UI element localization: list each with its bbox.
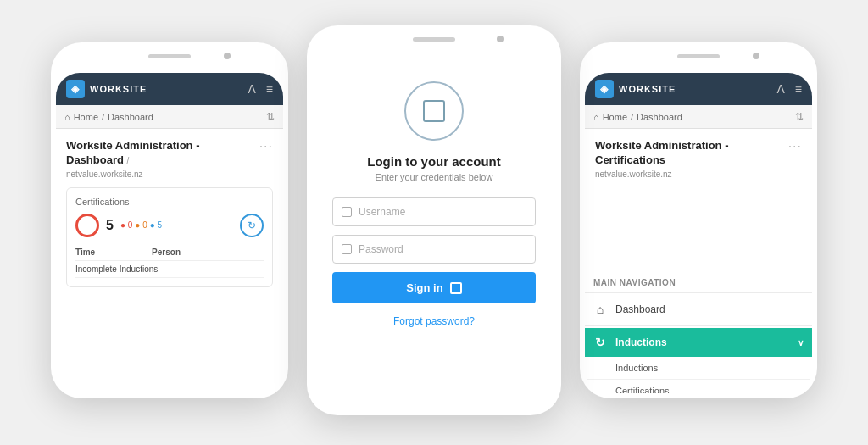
phone-camera-center: [497, 36, 504, 42]
right-nav-icon[interactable]: Λ: [776, 82, 784, 96]
right-menu-icon[interactable]: ≡: [795, 82, 802, 96]
right-breadcrumb: ⌂ Home / Dashboard ⇅: [585, 105, 812, 129]
dashboard-icon: ⌂: [593, 303, 607, 316]
right-logo-icon: ◈: [595, 80, 614, 98]
phone-speaker-left: [148, 54, 191, 58]
login-app-icon: [404, 81, 464, 141]
right-logo-text: WORKSITE: [619, 84, 676, 94]
username-field[interactable]: Username: [332, 197, 536, 226]
left-table-col1: Time: [75, 244, 152, 261]
left-more-button[interactable]: ···: [259, 139, 273, 154]
left-cert-dots: ● 0 ● 0 ● 5: [120, 220, 162, 230]
left-refresh-icon[interactable]: ↻: [240, 214, 264, 237]
table-row: Incomplete Inductions: [75, 260, 264, 277]
dot-red: ● 0: [120, 220, 132, 230]
left-breadcrumb: ⌂ Home / Dashboard ⇅: [56, 105, 283, 129]
password-field-icon: [342, 244, 352, 254]
left-nav-icon[interactable]: Λ: [248, 82, 255, 96]
nav-inductions-chevron: ∨: [798, 338, 804, 348]
left-breadcrumb-sep: /: [102, 112, 104, 122]
left-content: Worksite Administration - Dashboard / ne…: [56, 129, 283, 393]
nav-section-title: Main navigation: [585, 271, 812, 291]
username-field-icon: [342, 207, 352, 217]
left-breadcrumb-left: ⌂ Home / Dashboard: [64, 112, 153, 122]
left-page-title-block: Worksite Administration - Dashboard / ne…: [66, 139, 199, 179]
left-page-domain: netvalue.worksite.nz: [66, 170, 199, 179]
left-table: Time Person Incomplete Inductions: [75, 244, 264, 278]
left-title-row: Worksite Administration - Dashboard / ne…: [66, 139, 273, 179]
password-field[interactable]: Password: [332, 235, 536, 264]
center-phone-screen: Login to your account Enter your credent…: [312, 56, 556, 410]
right-phone-screen: ◈ WORKSITE Λ ≡ ⌂ Home / Dashboard ⇅: [585, 73, 812, 393]
right-content: Worksite Administration - Certifications…: [585, 129, 812, 271]
right-header-icons: Λ ≡: [776, 82, 802, 96]
right-page-title: Worksite Administration - Certifications: [595, 139, 728, 168]
left-header-icons: Λ ≡: [248, 82, 273, 96]
nav-item-inductions[interactable]: ↻ Inductions ∨: [585, 328, 812, 357]
nav-sub-item-inductions[interactable]: Inductions: [585, 357, 812, 380]
right-title-row: Worksite Administration - Certifications…: [595, 139, 802, 179]
signin-label: Sign in: [406, 281, 442, 294]
left-logo-text: WORKSITE: [90, 84, 147, 94]
left-table-row1: Incomplete Inductions: [75, 260, 264, 277]
right-more-button[interactable]: ···: [788, 139, 802, 154]
nav-dashboard-label: Dashboard: [615, 303, 665, 315]
password-placeholder: Password: [359, 243, 403, 255]
left-phone-screen: ◈ WORKSITE Λ ≡ ⌂ Home / Dashboard ⇅: [56, 73, 283, 393]
left-breadcrumb-current: Dashboard: [108, 112, 153, 122]
right-logo: ◈ WORKSITE: [595, 80, 676, 98]
left-cert-card: Certifications 5 ● 0 ● 0 ● 5 ↻: [66, 187, 273, 287]
nav-divider-1: [585, 325, 812, 326]
left-menu-icon[interactable]: ≡: [266, 82, 273, 96]
dot-blue: ● 5: [150, 220, 162, 230]
inductions-icon: ↻: [593, 336, 607, 349]
nav-divider-top: [585, 292, 812, 293]
right-page-title-block: Worksite Administration - Certifications…: [595, 139, 728, 179]
left-logo-icon: ◈: [66, 80, 85, 98]
left-phone: ◈ WORKSITE Λ ≡ ⌂ Home / Dashboard ⇅: [51, 42, 288, 398]
phone-camera-right: [753, 53, 760, 59]
right-phone: ◈ WORKSITE Λ ≡ ⌂ Home / Dashboard ⇅: [580, 42, 817, 398]
right-home-icon: ⌂: [593, 112, 599, 122]
left-cert-circle-red: [75, 214, 99, 237]
phone-camera-left: [224, 53, 231, 59]
right-breadcrumb-left: ⌂ Home / Dashboard: [593, 112, 682, 122]
right-nav-area: Main navigation ⌂ Dashboard ↻ Inductions…: [585, 271, 812, 393]
dot-orange: ● 0: [135, 220, 147, 230]
left-home-icon: ⌂: [64, 112, 70, 122]
center-phone: Login to your account Enter your credent…: [307, 25, 561, 415]
left-header: ◈ WORKSITE Λ ≡: [56, 73, 283, 105]
forgot-password-link[interactable]: Forgot password?: [393, 315, 475, 327]
right-breadcrumb-sep: /: [631, 112, 633, 122]
left-cert-row: 5 ● 0 ● 0 ● 5 ↻: [75, 214, 264, 237]
login-subtitle: Enter your credentials below: [376, 172, 493, 182]
right-home-label[interactable]: Home: [603, 112, 627, 122]
nav-inductions-label: Inductions: [615, 337, 667, 348]
left-logo: ◈ WORKSITE: [66, 80, 147, 98]
left-cert-number: 5: [106, 218, 114, 233]
left-table-col2: Person: [152, 244, 264, 261]
left-breadcrumb-arrows[interactable]: ⇅: [266, 111, 275, 123]
nav-item-dashboard[interactable]: ⌂ Dashboard: [585, 295, 812, 324]
login-screen: Login to your account Enter your credent…: [312, 56, 556, 410]
phone-speaker-right: [677, 54, 720, 58]
right-header: ◈ WORKSITE Λ ≡: [585, 73, 812, 105]
login-title: Login to your account: [367, 154, 501, 169]
username-placeholder: Username: [359, 206, 405, 218]
left-home-label[interactable]: Home: [74, 112, 98, 122]
left-card-title: Certifications: [75, 197, 264, 207]
right-page-domain: netvalue.worksite.nz: [595, 170, 728, 179]
signin-icon: [450, 282, 462, 294]
nav-sub-item-certifications[interactable]: Certifications: [585, 380, 812, 393]
left-page-title: Worksite Administration - Dashboard /: [66, 139, 199, 168]
phone-speaker-center: [413, 37, 455, 42]
login-square-icon: [423, 100, 445, 122]
right-breadcrumb-arrows[interactable]: ⇅: [795, 111, 804, 123]
right-breadcrumb-current: Dashboard: [637, 112, 682, 122]
signin-button[interactable]: Sign in: [332, 272, 536, 303]
